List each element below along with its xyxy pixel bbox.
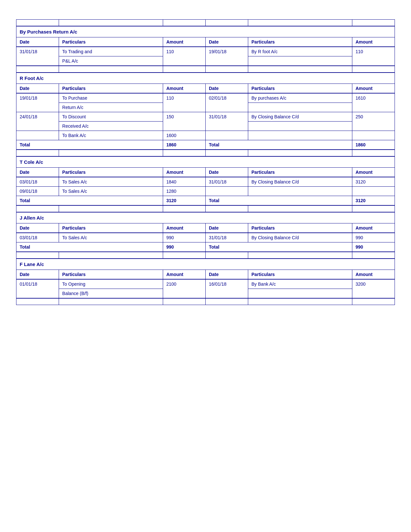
top-spacer-table bbox=[16, 19, 395, 26]
section-title-row: By Purchases Return A/c bbox=[16, 26, 395, 37]
right-date: 16/01/18 bbox=[205, 280, 248, 298]
section-header-table-f-lane: F Lane A/c Date Particulars Amount Date … bbox=[16, 259, 395, 279]
left-particulars: To Purchase bbox=[59, 94, 163, 103]
col-header-date-right: Date bbox=[205, 223, 248, 233]
section-header-table-t-cole: T Cole A/c Date Particulars Amount Date … bbox=[16, 156, 395, 177]
right-particulars: By Closing Balance C/d bbox=[248, 112, 352, 122]
col-header-amount-left: Amount bbox=[163, 223, 205, 233]
page-container: By Purchases Return A/c Date Particulars… bbox=[16, 19, 395, 305]
left-amount: 1840 bbox=[163, 177, 205, 187]
col-header-date-left: Date bbox=[16, 84, 59, 93]
col-header-particulars-left: Particulars bbox=[59, 84, 163, 93]
section-header-table-r-foot: R Foot A/c Date Particulars Amount Date … bbox=[16, 73, 395, 93]
data-row: 31/01/18To Trading and11019/01/18By R fo… bbox=[16, 47, 395, 56]
spacer-row bbox=[16, 150, 395, 156]
section-data-table-j-allen: 03/01/18To Sales A/c99031/01/18By Closin… bbox=[16, 233, 395, 252]
section-title: By Purchases Return A/c bbox=[16, 26, 395, 37]
left-amount: 2100 bbox=[163, 280, 205, 298]
left-particulars: To Trading and bbox=[59, 47, 163, 56]
right-amount bbox=[352, 131, 395, 140]
spacer-row bbox=[16, 20, 395, 26]
total-row: Total 1860 Total 1860 bbox=[16, 140, 395, 150]
col-header-date-right: Date bbox=[205, 168, 248, 177]
col-header-particulars-left: Particulars bbox=[59, 37, 163, 47]
left-amount: 150 bbox=[163, 112, 205, 131]
spacer-row bbox=[16, 252, 395, 259]
left-particulars: To Sales A/c bbox=[59, 187, 163, 196]
section-title-row: R Foot A/c bbox=[16, 73, 395, 84]
left-amount: 1280 bbox=[163, 187, 205, 196]
section-data-table-purchases-return: 31/01/18To Trading and11019/01/18By R fo… bbox=[16, 47, 395, 66]
section-title: R Foot A/c bbox=[16, 73, 395, 84]
col-header-amount-left: Amount bbox=[163, 270, 205, 279]
right-particulars: By Closing Balance C/d bbox=[248, 233, 352, 242]
left-particulars: To Bank A/c bbox=[59, 131, 163, 140]
total-value-right: 990 bbox=[352, 242, 395, 252]
right-particulars bbox=[248, 131, 352, 140]
col-header-amount-left: Amount bbox=[163, 84, 205, 93]
left-date: 03/01/18 bbox=[16, 233, 59, 242]
col-headers-row: Date Particulars Amount Date Particulars… bbox=[16, 168, 395, 177]
col-header-amount-left: Amount bbox=[163, 37, 205, 47]
total-value-right: 1860 bbox=[352, 140, 395, 150]
right-particulars: By Bank A/c bbox=[248, 280, 352, 289]
right-particulars: By Closing Balance C/d bbox=[248, 177, 352, 187]
section-data-table-f-lane: 01/01/18To Opening210016/01/18By Bank A/… bbox=[16, 279, 395, 298]
right-date: 31/01/18 bbox=[205, 233, 248, 242]
total-label-right: Total bbox=[205, 196, 352, 205]
col-header-particulars-left: Particulars bbox=[59, 270, 163, 279]
data-row: To Bank A/c1600 bbox=[16, 131, 395, 140]
left-particulars-cont: P&L A/c bbox=[59, 56, 163, 66]
col-header-amount-right: Amount bbox=[352, 270, 395, 279]
section-title-row: J Allen A/c bbox=[16, 212, 395, 223]
right-date bbox=[205, 131, 248, 140]
left-particulars: To Discount bbox=[59, 112, 163, 122]
right-date: 02/01/18 bbox=[205, 94, 248, 112]
spacer-table-j-allen bbox=[16, 252, 395, 259]
data-row: 09/01/18To Sales A/c1280 bbox=[16, 187, 395, 196]
total-row: Total 990 Total 990 bbox=[16, 242, 395, 252]
right-amount: 1610 bbox=[352, 94, 395, 112]
col-headers-row: Date Particulars Amount Date Particulars… bbox=[16, 37, 395, 47]
section-data-table-r-foot: 19/01/18To Purchase11002/01/18By purchas… bbox=[16, 93, 395, 150]
right-particulars-cont bbox=[248, 289, 352, 298]
col-header-particulars-right: Particulars bbox=[248, 168, 352, 177]
left-amount: 110 bbox=[163, 94, 205, 112]
col-header-particulars-right: Particulars bbox=[248, 223, 352, 233]
right-amount: 3120 bbox=[352, 177, 395, 187]
data-row: 01/01/18To Opening210016/01/18By Bank A/… bbox=[16, 280, 395, 289]
section-title-row: T Cole A/c bbox=[16, 157, 395, 168]
col-headers-row: Date Particulars Amount Date Particulars… bbox=[16, 270, 395, 279]
section-title: T Cole A/c bbox=[16, 157, 395, 168]
spacer-table-r-foot bbox=[16, 150, 395, 156]
left-amount: 990 bbox=[163, 233, 205, 242]
left-date: 24/01/18 bbox=[16, 112, 59, 131]
right-amount bbox=[352, 187, 395, 196]
col-header-amount-right: Amount bbox=[352, 37, 395, 47]
left-date: 19/01/18 bbox=[16, 94, 59, 112]
left-date: 03/01/18 bbox=[16, 177, 59, 187]
left-particulars: To Sales A/c bbox=[59, 233, 163, 242]
spacer-table-f-lane bbox=[16, 298, 395, 305]
total-value-left: 990 bbox=[163, 242, 205, 252]
col-headers-row: Date Particulars Amount Date Particulars… bbox=[16, 223, 395, 233]
data-row: 24/01/18To Discount15031/01/18By Closing… bbox=[16, 112, 395, 122]
left-particulars: To Opening bbox=[59, 280, 163, 289]
total-label-left: Total bbox=[16, 196, 163, 205]
spacer-row bbox=[16, 206, 395, 212]
right-particulars bbox=[248, 187, 352, 196]
spacer-table-t-cole bbox=[16, 205, 395, 212]
total-value-left: 3120 bbox=[163, 196, 205, 205]
right-date: 31/01/18 bbox=[205, 112, 248, 131]
left-amount: 1600 bbox=[163, 131, 205, 140]
right-particulars: By R foot A/c bbox=[248, 47, 352, 56]
left-particulars-cont: Return A/c bbox=[59, 103, 163, 112]
total-label-right: Total bbox=[205, 140, 352, 150]
sections-container: By Purchases Return A/c Date Particulars… bbox=[16, 26, 395, 305]
right-date bbox=[205, 187, 248, 196]
col-header-particulars-right: Particulars bbox=[248, 270, 352, 279]
col-header-date-right: Date bbox=[205, 37, 248, 47]
col-headers-row: Date Particulars Amount Date Particulars… bbox=[16, 84, 395, 93]
section-title-row: F Lane A/c bbox=[16, 259, 395, 270]
right-amount: 110 bbox=[352, 47, 395, 66]
